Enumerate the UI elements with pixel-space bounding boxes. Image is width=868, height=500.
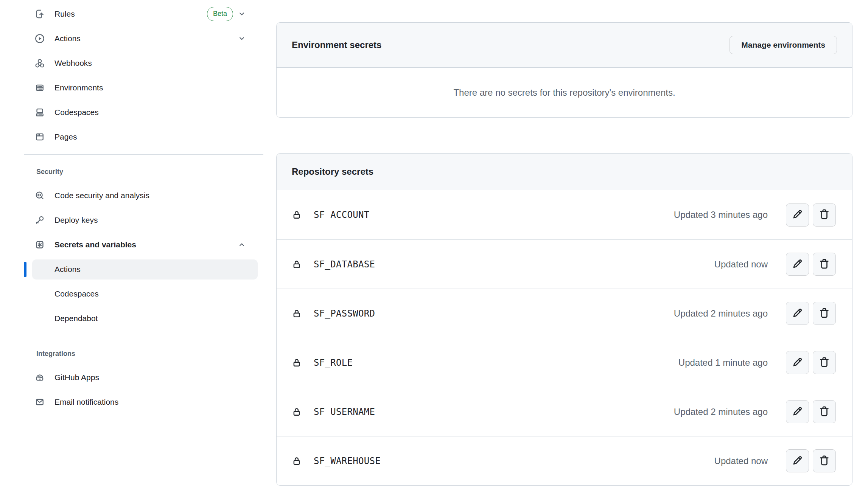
environment-secrets-card: Environment secrets Manage environments … [276,22,852,118]
trash-icon [818,455,830,467]
sidebar-item-label: Rules [54,9,75,19]
environment-secrets-empty-message: There are no secrets for this repository… [277,68,852,117]
edit-secret-button[interactable] [786,351,809,374]
settings-nav: Rules Beta Actions [23,0,265,149]
sidebar-divider [24,154,263,155]
trash-icon [818,307,830,320]
play-icon [35,34,45,43]
key-icon [35,215,45,225]
sidebar-subitem-actions[interactable]: Actions [23,257,265,282]
secret-row: SF_USERNAME Updated 2 minutes ago [277,387,852,436]
repository-secrets-header: Repository secrets [277,154,852,190]
asterisk-box-icon [35,240,45,250]
mail-icon [35,397,45,407]
edit-secret-button[interactable] [786,253,809,276]
sidebar-item-actions[interactable]: Actions [23,26,265,51]
sidebar-item-rules[interactable]: Rules Beta [23,2,265,26]
secret-name: SF_ROLE [314,357,353,368]
sidebar-item-label: Secrets and variables [54,240,136,249]
pencil-icon [792,258,803,271]
trash-icon [818,208,830,221]
sidebar-item-pages[interactable]: Pages [23,124,265,149]
secret-row: SF_WAREHOUSE Updated now [277,436,852,485]
delete-secret-button[interactable] [813,449,836,472]
secret-name: SF_DATABASE [314,259,375,270]
sidebar-item-label: GitHub Apps [54,373,99,382]
sidebar-subitem-dependabot[interactable]: Dependabot [23,306,265,331]
delete-secret-button[interactable] [813,400,836,423]
delete-secret-button[interactable] [813,203,836,227]
sidebar-item-label: Deploy keys [54,216,98,225]
secret-row-actions: Updated 3 minutes ago [674,203,836,227]
edit-secret-button[interactable] [786,302,809,325]
delete-secret-button[interactable] [813,302,836,325]
secrets-trailing [238,241,265,249]
sidebar-subitem-codespaces[interactable]: Codespaces [23,282,265,306]
pencil-icon [792,307,803,320]
sidebar-subitem-label: Codespaces [54,289,99,298]
sidebar-item-label: Environments [54,83,103,92]
secret-row-actions: Updated now [714,253,836,276]
sidebar-item-label: Codespaces [54,108,99,117]
secret-row: SF_ROLE Updated 1 minute ago [277,338,852,387]
secret-updated-label: Updated now [714,259,768,270]
codescan-icon [35,191,45,200]
edit-secret-button[interactable] [786,449,809,472]
lock-icon [292,259,302,269]
pencil-icon [792,356,803,369]
pencil-icon [792,405,803,418]
manage-environments-button[interactable]: Manage environments [730,36,837,54]
lock-icon [292,210,302,220]
repository-secrets-title: Repository secrets [292,166,373,177]
secret-row-actions: Updated now [714,449,836,472]
browser-icon [35,132,45,142]
rules-icon [35,9,45,19]
sidebar-item-label: Email notifications [54,398,118,407]
trash-icon [818,258,830,271]
sidebar-item-label: Actions [54,34,81,43]
secret-row-actions: Updated 1 minute ago [678,351,836,374]
pencil-icon [792,208,803,221]
lock-icon [292,358,302,368]
secret-updated-label: Updated now [714,456,768,466]
trash-icon [818,356,830,369]
sidebar-item-email-notifications[interactable]: Email notifications [23,390,265,414]
delete-secret-button[interactable] [813,351,836,374]
sidebar-item-label: Pages [54,132,77,141]
edit-secret-button[interactable] [786,400,809,423]
delete-secret-button[interactable] [813,253,836,276]
lock-icon [292,456,302,466]
secret-row-actions: Updated 2 minutes ago [674,302,836,325]
sidebar-item-github-apps[interactable]: GitHub Apps [23,365,265,390]
secret-updated-label: Updated 3 minutes ago [674,210,768,220]
chevron-up-icon [238,241,246,249]
secret-row-actions: Updated 2 minutes ago [674,400,836,423]
secret-name: SF_PASSWORD [314,308,375,319]
secret-updated-label: Updated 2 minutes ago [674,308,768,319]
chevron-down-icon [238,10,246,18]
secret-updated-label: Updated 1 minute ago [678,357,768,368]
rules-trailing: Beta [207,7,265,21]
repository-secrets-card: Repository secrets SF_ACCOUNT Updated 3 … [276,153,852,486]
sidebar-subitem-label: Dependabot [54,314,98,323]
secret-name: SF_WAREHOUSE [314,456,381,466]
integrations-section-title: Integrations [23,342,265,365]
sidebar-item-codespaces[interactable]: Codespaces [23,100,265,124]
sidebar-item-secrets-and-variables[interactable]: Secrets and variables [23,233,265,257]
beta-badge: Beta [207,7,233,21]
sidebar-item-webhooks[interactable]: Webhooks [23,51,265,75]
secret-row: SF_ACCOUNT Updated 3 minutes ago [277,190,852,239]
trash-icon [818,405,830,418]
sidebar-item-environments[interactable]: Environments [23,75,265,100]
sidebar-item-label: Webhooks [54,59,92,68]
secret-row: SF_PASSWORD Updated 2 minutes ago [277,289,852,338]
lock-icon [292,309,302,318]
sidebar-divider [24,336,263,337]
secret-row: SF_DATABASE Updated now [277,239,852,289]
sidebar-item-code-security[interactable]: Code security and analysis [23,183,265,208]
sidebar-item-deploy-keys[interactable]: Deploy keys [23,208,265,233]
secret-name: SF_ACCOUNT [314,210,370,220]
codespaces-icon [35,107,45,117]
edit-secret-button[interactable] [786,203,809,227]
security-section-title: Security [23,161,265,183]
